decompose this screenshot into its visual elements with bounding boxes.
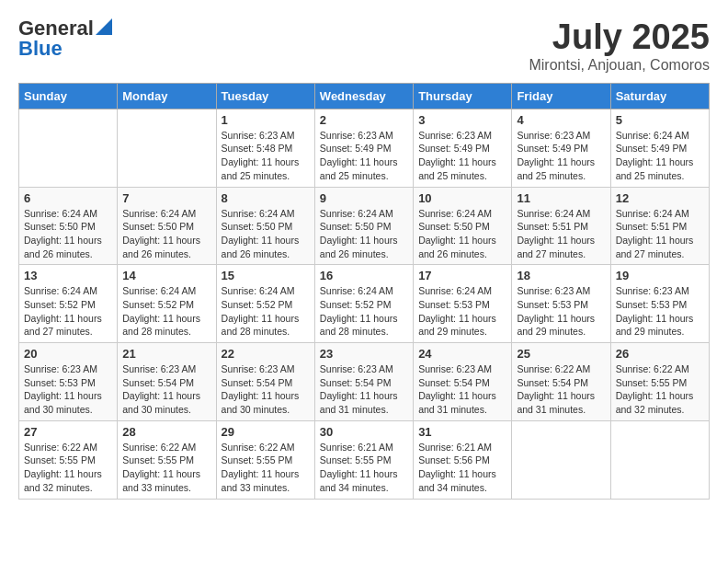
day-number: 12 xyxy=(616,191,704,205)
calendar-cell: 13Sunrise: 6:24 AM Sunset: 5:52 PM Dayli… xyxy=(19,265,118,343)
day-number: 19 xyxy=(616,269,704,282)
cell-content: Sunrise: 6:22 AM Sunset: 5:55 PM Dayligh… xyxy=(616,362,704,417)
calendar-cell xyxy=(512,420,610,499)
day-number: 30 xyxy=(320,425,408,439)
calendar-cell: 22Sunrise: 6:23 AM Sunset: 5:54 PM Dayli… xyxy=(216,343,314,421)
cell-content: Sunrise: 6:23 AM Sunset: 5:48 PM Dayligh… xyxy=(222,129,310,183)
calendar-table: SundayMondayTuesdayWednesdayThursdayFrid… xyxy=(18,83,710,500)
cell-content: Sunrise: 6:21 AM Sunset: 5:56 PM Dayligh… xyxy=(418,441,506,495)
calendar-cell: 27Sunrise: 6:22 AM Sunset: 5:55 PM Dayli… xyxy=(19,420,118,499)
calendar-cell: 3Sunrise: 6:23 AM Sunset: 5:49 PM Daylig… xyxy=(414,109,512,187)
day-number: 9 xyxy=(320,191,408,205)
day-number: 18 xyxy=(517,269,605,282)
calendar-week-row: 13Sunrise: 6:24 AM Sunset: 5:52 PM Dayli… xyxy=(19,265,710,343)
calendar-cell: 26Sunrise: 6:22 AM Sunset: 5:55 PM Dayli… xyxy=(610,343,709,421)
cell-content: Sunrise: 6:23 AM Sunset: 5:49 PM Dayligh… xyxy=(320,129,408,183)
cell-content: Sunrise: 6:23 AM Sunset: 5:54 PM Dayligh… xyxy=(320,362,408,417)
cell-content: Sunrise: 6:24 AM Sunset: 5:50 PM Dayligh… xyxy=(122,207,210,261)
calendar-cell: 16Sunrise: 6:24 AM Sunset: 5:52 PM Dayli… xyxy=(314,265,413,343)
day-number: 20 xyxy=(24,347,112,361)
calendar-cell: 25Sunrise: 6:22 AM Sunset: 5:54 PM Dayli… xyxy=(512,343,610,421)
logo-blue-text: Blue xyxy=(18,39,63,59)
cell-content: Sunrise: 6:24 AM Sunset: 5:50 PM Dayligh… xyxy=(418,207,506,261)
cell-content: Sunrise: 6:23 AM Sunset: 5:53 PM Dayligh… xyxy=(616,284,704,339)
day-number: 4 xyxy=(517,113,605,127)
page-header: General Blue July 2025 Mirontsi, Anjouan… xyxy=(18,18,710,74)
cell-content: Sunrise: 6:23 AM Sunset: 5:49 PM Dayligh… xyxy=(418,129,506,183)
calendar-cell: 11Sunrise: 6:24 AM Sunset: 5:51 PM Dayli… xyxy=(512,187,610,265)
day-number: 26 xyxy=(616,347,704,361)
day-number: 28 xyxy=(122,425,210,439)
day-number: 5 xyxy=(616,113,704,127)
calendar-cell: 30Sunrise: 6:21 AM Sunset: 5:55 PM Dayli… xyxy=(314,420,413,499)
cell-content: Sunrise: 6:23 AM Sunset: 5:54 PM Dayligh… xyxy=(418,362,506,417)
weekday-header-row: SundayMondayTuesdayWednesdayThursdayFrid… xyxy=(19,83,710,109)
weekday-header-sunday: Sunday xyxy=(19,83,118,109)
day-number: 21 xyxy=(122,347,210,361)
cell-content: Sunrise: 6:24 AM Sunset: 5:50 PM Dayligh… xyxy=(320,207,408,261)
day-number: 3 xyxy=(418,113,506,127)
day-number: 6 xyxy=(24,191,112,205)
weekday-header-thursday: Thursday xyxy=(414,83,512,109)
cell-content: Sunrise: 6:24 AM Sunset: 5:52 PM Dayligh… xyxy=(222,284,310,339)
calendar-week-row: 20Sunrise: 6:23 AM Sunset: 5:53 PM Dayli… xyxy=(19,343,710,421)
calendar-cell: 2Sunrise: 6:23 AM Sunset: 5:49 PM Daylig… xyxy=(314,109,413,187)
logo-triangle-icon xyxy=(96,18,112,35)
day-number: 11 xyxy=(517,191,605,205)
title-area: July 2025 Mirontsi, Anjouan, Comoros xyxy=(529,18,710,74)
day-number: 7 xyxy=(122,191,210,205)
calendar-cell: 4Sunrise: 6:23 AM Sunset: 5:49 PM Daylig… xyxy=(512,109,610,187)
day-number: 2 xyxy=(320,113,408,127)
day-number: 27 xyxy=(24,425,112,439)
cell-content: Sunrise: 6:22 AM Sunset: 5:55 PM Dayligh… xyxy=(222,441,310,495)
cell-content: Sunrise: 6:22 AM Sunset: 5:55 PM Dayligh… xyxy=(122,441,210,495)
logo: General Blue xyxy=(18,18,112,59)
calendar-cell: 21Sunrise: 6:23 AM Sunset: 5:54 PM Dayli… xyxy=(118,343,216,421)
weekday-header-saturday: Saturday xyxy=(610,83,709,109)
weekday-header-tuesday: Tuesday xyxy=(216,83,314,109)
cell-content: Sunrise: 6:24 AM Sunset: 5:52 PM Dayligh… xyxy=(24,284,112,339)
cell-content: Sunrise: 6:21 AM Sunset: 5:55 PM Dayligh… xyxy=(320,441,408,495)
cell-content: Sunrise: 6:24 AM Sunset: 5:53 PM Dayligh… xyxy=(418,284,506,339)
calendar-week-row: 6Sunrise: 6:24 AM Sunset: 5:50 PM Daylig… xyxy=(19,187,710,265)
day-number: 31 xyxy=(418,425,506,439)
day-number: 8 xyxy=(222,191,310,205)
calendar-cell xyxy=(19,109,118,187)
day-number: 14 xyxy=(122,269,210,282)
cell-content: Sunrise: 6:23 AM Sunset: 5:54 PM Dayligh… xyxy=(122,362,210,417)
cell-content: Sunrise: 6:24 AM Sunset: 5:52 PM Dayligh… xyxy=(320,284,408,339)
cell-content: Sunrise: 6:24 AM Sunset: 5:50 PM Dayligh… xyxy=(222,207,310,261)
cell-content: Sunrise: 6:23 AM Sunset: 5:54 PM Dayligh… xyxy=(222,362,310,417)
calendar-cell: 23Sunrise: 6:23 AM Sunset: 5:54 PM Dayli… xyxy=(314,343,413,421)
calendar-cell: 6Sunrise: 6:24 AM Sunset: 5:50 PM Daylig… xyxy=(19,187,118,265)
day-number: 10 xyxy=(418,191,506,205)
day-number: 1 xyxy=(222,113,310,127)
logo-general-text: General xyxy=(18,18,94,39)
calendar-cell: 31Sunrise: 6:21 AM Sunset: 5:56 PM Dayli… xyxy=(414,420,512,499)
weekday-header-wednesday: Wednesday xyxy=(314,83,413,109)
calendar-cell xyxy=(610,420,709,499)
location-subtitle: Mirontsi, Anjouan, Comoros xyxy=(529,57,710,74)
calendar-cell: 24Sunrise: 6:23 AM Sunset: 5:54 PM Dayli… xyxy=(414,343,512,421)
weekday-header-friday: Friday xyxy=(512,83,610,109)
cell-content: Sunrise: 6:24 AM Sunset: 5:51 PM Dayligh… xyxy=(517,207,605,261)
calendar-cell: 28Sunrise: 6:22 AM Sunset: 5:55 PM Dayli… xyxy=(118,420,216,499)
cell-content: Sunrise: 6:24 AM Sunset: 5:51 PM Dayligh… xyxy=(616,207,704,261)
cell-content: Sunrise: 6:24 AM Sunset: 5:52 PM Dayligh… xyxy=(122,284,210,339)
svg-marker-0 xyxy=(96,18,112,35)
day-number: 24 xyxy=(418,347,506,361)
day-number: 25 xyxy=(517,347,605,361)
calendar-cell xyxy=(118,109,216,187)
calendar-week-row: 27Sunrise: 6:22 AM Sunset: 5:55 PM Dayli… xyxy=(19,420,710,499)
cell-content: Sunrise: 6:24 AM Sunset: 5:50 PM Dayligh… xyxy=(24,207,112,261)
calendar-cell: 15Sunrise: 6:24 AM Sunset: 5:52 PM Dayli… xyxy=(216,265,314,343)
weekday-header-monday: Monday xyxy=(118,83,216,109)
cell-content: Sunrise: 6:24 AM Sunset: 5:49 PM Dayligh… xyxy=(616,129,704,183)
calendar-cell: 29Sunrise: 6:22 AM Sunset: 5:55 PM Dayli… xyxy=(216,420,314,499)
cell-content: Sunrise: 6:23 AM Sunset: 5:53 PM Dayligh… xyxy=(24,362,112,417)
cell-content: Sunrise: 6:22 AM Sunset: 5:54 PM Dayligh… xyxy=(517,362,605,417)
calendar-cell: 18Sunrise: 6:23 AM Sunset: 5:53 PM Dayli… xyxy=(512,265,610,343)
calendar-cell: 20Sunrise: 6:23 AM Sunset: 5:53 PM Dayli… xyxy=(19,343,118,421)
calendar-cell: 17Sunrise: 6:24 AM Sunset: 5:53 PM Dayli… xyxy=(414,265,512,343)
calendar-cell: 9Sunrise: 6:24 AM Sunset: 5:50 PM Daylig… xyxy=(314,187,413,265)
